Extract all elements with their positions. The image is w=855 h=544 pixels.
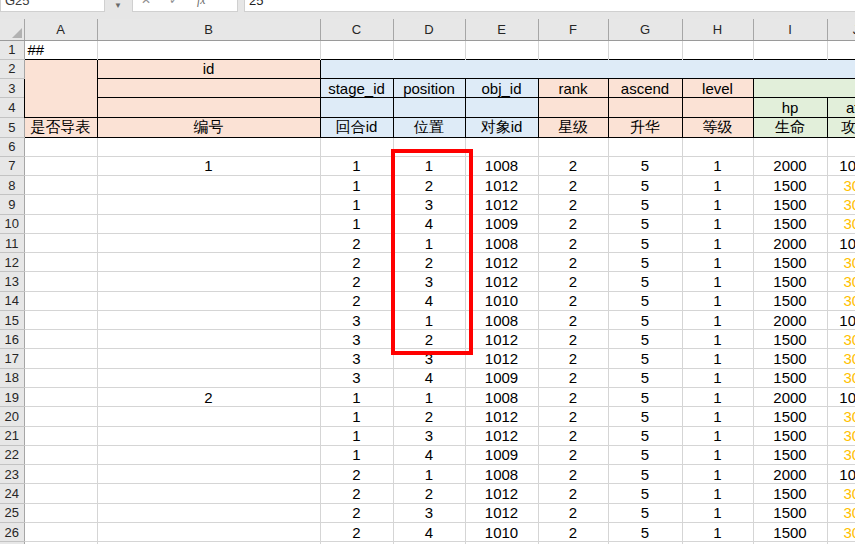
row-header[interactable]: 2 [0, 59, 24, 78]
cell[interactable]: 2 [393, 407, 465, 426]
row-header[interactable]: 10 [0, 214, 24, 233]
header-cell-hp[interactable]: hp [753, 98, 827, 117]
cell[interactable]: 2 [97, 388, 320, 407]
cell[interactable] [753, 137, 827, 156]
cell[interactable]: 1 [393, 233, 465, 252]
cell[interactable]: 3 [393, 272, 465, 291]
header-cell-d4[interactable] [393, 98, 465, 117]
cell[interactable]: 1 [393, 310, 465, 329]
cell[interactable] [827, 40, 855, 59]
cell[interactable]: 1012 [465, 426, 538, 445]
cell[interactable]: 5 [608, 349, 682, 368]
cell[interactable]: 300 [827, 484, 855, 503]
cell[interactable]: 5 [608, 503, 682, 522]
cell[interactable] [97, 176, 320, 195]
cell[interactable]: 5 [608, 156, 682, 175]
row-header[interactable]: 1 [0, 40, 24, 59]
cell[interactable]: 2000 [753, 465, 827, 484]
cell[interactable] [827, 137, 855, 156]
cell[interactable] [24, 349, 97, 368]
row-header[interactable]: 17 [0, 349, 24, 368]
cell[interactable] [24, 272, 97, 291]
cell[interactable] [24, 310, 97, 329]
row-header[interactable]: 23 [0, 465, 24, 484]
cell[interactable] [24, 407, 97, 426]
row-header[interactable]: 16 [0, 330, 24, 349]
cell[interactable]: 1 [682, 522, 753, 541]
cell[interactable]: 2 [538, 349, 608, 368]
cell[interactable]: 5 [608, 310, 682, 329]
cell[interactable]: 1000 [827, 465, 855, 484]
cell[interactable]: 1500 [753, 503, 827, 522]
cell[interactable]: 1012 [465, 330, 538, 349]
cell[interactable]: 1 [393, 388, 465, 407]
cell[interactable] [24, 484, 97, 503]
cell[interactable] [97, 445, 320, 464]
column-header-D[interactable]: D [393, 19, 465, 40]
cell[interactable] [682, 40, 753, 59]
cell[interactable] [97, 272, 320, 291]
cell[interactable]: 1500 [753, 368, 827, 387]
row-header[interactable]: 18 [0, 368, 24, 387]
cell[interactable]: 4 [393, 522, 465, 541]
cell[interactable]: 2 [538, 503, 608, 522]
cell[interactable]: 5 [608, 445, 682, 464]
cell[interactable]: 5 [608, 484, 682, 503]
header-cell-cn-ascend[interactable]: 升华 [608, 117, 682, 137]
cell[interactable]: 4 [393, 291, 465, 310]
cell[interactable]: 300 [827, 330, 855, 349]
cell[interactable]: 2 [538, 484, 608, 503]
cell[interactable]: 1008 [465, 465, 538, 484]
cell[interactable] [24, 368, 97, 387]
header-cell-g4[interactable] [608, 98, 682, 117]
cell[interactable]: 5 [608, 407, 682, 426]
cell[interactable]: 1010 [465, 291, 538, 310]
row-header[interactable]: 22 [0, 445, 24, 464]
cell[interactable]: 1500 [753, 407, 827, 426]
cell[interactable]: 1 [682, 407, 753, 426]
cell[interactable]: 1008 [465, 388, 538, 407]
cell[interactable]: 1008 [465, 310, 538, 329]
cell[interactable]: 1012 [465, 484, 538, 503]
column-header-F[interactable]: F [538, 19, 608, 40]
cell[interactable]: 2 [538, 368, 608, 387]
cell[interactable]: 1 [320, 445, 393, 464]
cell[interactable]: 1 [682, 233, 753, 252]
cell[interactable] [608, 137, 682, 156]
header-cell-cn-level[interactable]: 等级 [682, 117, 753, 137]
cell[interactable] [24, 137, 97, 156]
cell[interactable]: 300 [827, 272, 855, 291]
cell[interactable]: 4 [393, 214, 465, 233]
cell[interactable]: 1 [682, 214, 753, 233]
cell[interactable] [97, 465, 320, 484]
cell[interactable]: 2 [538, 388, 608, 407]
row-header[interactable]: 11 [0, 233, 24, 252]
row-header[interactable]: 8 [0, 176, 24, 195]
row-header[interactable]: 26 [0, 522, 24, 541]
cell[interactable]: 1 [682, 195, 753, 214]
cell[interactable]: 1012 [465, 195, 538, 214]
cell[interactable] [97, 484, 320, 503]
header-cell-id[interactable]: id [97, 59, 320, 78]
cell[interactable]: 4 [393, 368, 465, 387]
cell[interactable] [465, 40, 538, 59]
cell[interactable] [24, 253, 97, 272]
cell[interactable] [97, 291, 320, 310]
header-cell-cn-hp[interactable]: 生命 [753, 117, 827, 137]
cell[interactable]: 2 [320, 272, 393, 291]
header-cell-level[interactable]: level [682, 79, 753, 98]
cell[interactable]: 300 [827, 503, 855, 522]
cell-a1[interactable]: ## [24, 40, 97, 59]
row-header[interactable]: 3 [0, 79, 24, 98]
cell[interactable]: 1 [393, 465, 465, 484]
header-cell-c4[interactable] [320, 98, 393, 117]
cell[interactable]: 2 [538, 272, 608, 291]
cell[interactable] [24, 156, 97, 175]
cell[interactable]: 300 [827, 195, 855, 214]
cell[interactable]: 1012 [465, 272, 538, 291]
cell[interactable] [393, 137, 465, 156]
cell[interactable]: 1 [682, 484, 753, 503]
enter-icon[interactable]: ✓ [169, 0, 179, 7]
cell[interactable]: 1500 [753, 214, 827, 233]
cell[interactable]: 2 [320, 484, 393, 503]
